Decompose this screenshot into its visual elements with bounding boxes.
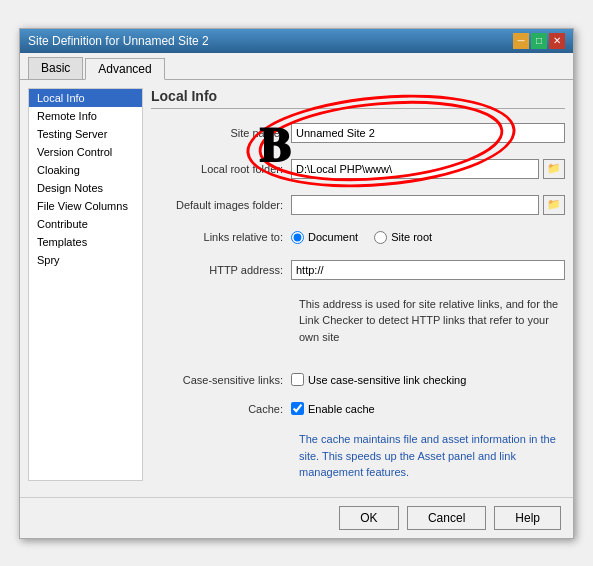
sidebar-item-templates[interactable]: Templates — [29, 233, 142, 251]
site-name-label: Site name: — [151, 127, 291, 139]
radio-document[interactable] — [291, 231, 304, 244]
case-sensitive-label: Case-sensitive links: — [151, 374, 291, 386]
http-address-row: HTTP address: — [151, 260, 565, 280]
cache-checkbox[interactable] — [291, 402, 304, 415]
radio-site-root-text: Site root — [391, 231, 432, 243]
local-root-row: Local root folder: 📁 — [151, 159, 565, 179]
sidebar-item-remote-info[interactable]: Remote Info — [29, 107, 142, 125]
case-sensitive-checkbox-text: Use case-sensitive link checking — [308, 374, 466, 386]
panel-title: Local Info — [151, 88, 565, 109]
ok-button[interactable]: OK — [339, 506, 399, 530]
case-sensitive-checkbox[interactable] — [291, 373, 304, 386]
site-name-row: Site name: — [151, 123, 565, 143]
sidebar-item-design-notes[interactable]: Design Notes — [29, 179, 142, 197]
default-images-row: Default images folder: 📁 — [151, 195, 565, 215]
sidebar-item-local-info[interactable]: Local Info — [29, 89, 142, 107]
minimize-button[interactable]: ─ — [513, 33, 529, 49]
title-bar: Site Definition for Unnamed Site 2 ─ □ ✕ — [20, 29, 573, 53]
http-info-text: This address is used for site relative l… — [299, 296, 565, 346]
dialog-content: Local Info Remote Info Testing Server Ve… — [20, 80, 573, 489]
cache-checkbox-text: Enable cache — [308, 403, 375, 415]
case-sensitive-row: Case-sensitive links: Use case-sensitive… — [151, 373, 565, 386]
default-images-input[interactable] — [291, 195, 539, 215]
sidebar-item-cloaking[interactable]: Cloaking — [29, 161, 142, 179]
sidebar-item-testing-server[interactable]: Testing Server — [29, 125, 142, 143]
sidebar-item-spry[interactable]: Spry — [29, 251, 142, 269]
sidebar-item-file-view-columns[interactable]: File View Columns — [29, 197, 142, 215]
tab-advanced[interactable]: Advanced — [85, 58, 164, 80]
radio-site-root-label[interactable]: Site root — [374, 231, 432, 244]
title-bar-buttons: ─ □ ✕ — [513, 33, 565, 49]
local-root-label: Local root folder: — [151, 163, 291, 175]
links-relative-radio-group: Document Site root — [291, 231, 432, 244]
default-images-label: Default images folder: — [151, 199, 291, 211]
cancel-button[interactable]: Cancel — [407, 506, 486, 530]
links-relative-label: Links relative to: — [151, 231, 291, 243]
case-sensitive-checkbox-label[interactable]: Use case-sensitive link checking — [291, 373, 466, 386]
local-root-input-group: 📁 — [291, 159, 565, 179]
cache-row: Cache: Enable cache — [151, 402, 565, 415]
cache-label: Cache: — [151, 403, 291, 415]
sidebar-item-version-control[interactable]: Version Control — [29, 143, 142, 161]
links-relative-row: Links relative to: Document Site root — [151, 231, 565, 244]
maximize-button[interactable]: □ — [531, 33, 547, 49]
http-address-input[interactable] — [291, 260, 565, 280]
site-definition-dialog: Site Definition for Unnamed Site 2 ─ □ ✕… — [19, 28, 574, 539]
site-name-input[interactable] — [291, 123, 565, 143]
local-root-input[interactable] — [291, 159, 539, 179]
close-button[interactable]: ✕ — [549, 33, 565, 49]
cache-info-text: The cache maintains file and asset infor… — [299, 431, 565, 481]
help-button[interactable]: Help — [494, 506, 561, 530]
local-root-browse-button[interactable]: 📁 — [543, 159, 565, 179]
main-panel: Local Info Site name: Local root folder:… — [151, 88, 565, 481]
cache-checkbox-label[interactable]: Enable cache — [291, 402, 375, 415]
default-images-input-group: 📁 — [291, 195, 565, 215]
default-images-browse-button[interactable]: 📁 — [543, 195, 565, 215]
http-address-label: HTTP address: — [151, 264, 291, 276]
radio-document-text: Document — [308, 231, 358, 243]
category-sidebar: Local Info Remote Info Testing Server Ve… — [28, 88, 143, 481]
radio-site-root[interactable] — [374, 231, 387, 244]
dialog-title: Site Definition for Unnamed Site 2 — [28, 34, 209, 48]
dialog-footer: OK Cancel Help — [20, 497, 573, 538]
radio-document-label[interactable]: Document — [291, 231, 358, 244]
tab-basic[interactable]: Basic — [28, 57, 83, 79]
tab-bar: Basic Advanced — [20, 53, 573, 80]
sidebar-item-contribute[interactable]: Contribute — [29, 215, 142, 233]
